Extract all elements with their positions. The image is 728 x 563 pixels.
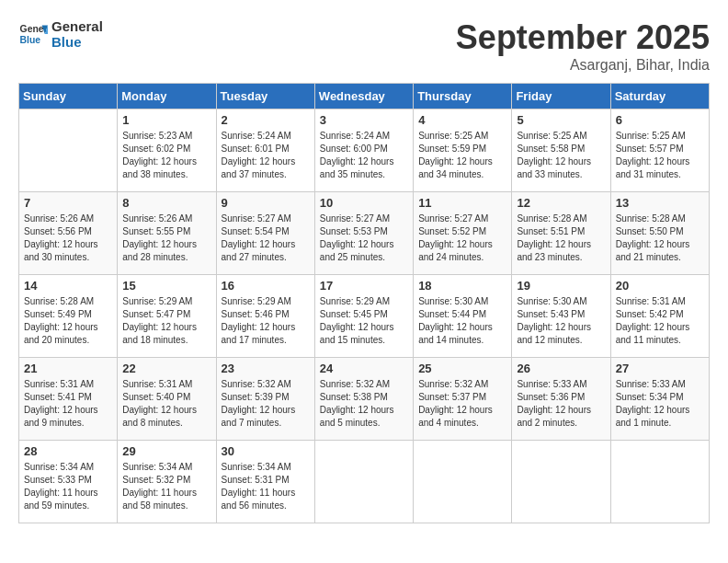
calendar-cell: 26Sunrise: 5:33 AM Sunset: 5:36 PM Dayli…: [512, 358, 610, 441]
calendar-cell: 21Sunrise: 5:31 AM Sunset: 5:41 PM Dayli…: [19, 358, 118, 441]
calendar-table: SundayMondayTuesdayWednesdayThursdayFrid…: [18, 83, 710, 523]
calendar-cell: 24Sunrise: 5:32 AM Sunset: 5:38 PM Dayli…: [314, 358, 413, 441]
day-number: 4: [418, 113, 506, 127]
day-number: 2: [222, 113, 310, 127]
calendar-cell: 3Sunrise: 5:24 AM Sunset: 6:00 PM Daylig…: [314, 109, 413, 192]
day-number: 24: [320, 362, 408, 375]
day-number: 12: [517, 196, 605, 210]
column-header-thursday: Thursday: [414, 84, 512, 109]
day-number: 11: [418, 196, 506, 210]
day-number: 9: [222, 196, 310, 210]
day-info: Sunrise: 5:34 AM Sunset: 5:32 PM Dayligh…: [122, 461, 210, 512]
day-number: 3: [320, 113, 408, 127]
calendar-header-row: SundayMondayTuesdayWednesdayThursdayFrid…: [19, 84, 710, 109]
day-info: Sunrise: 5:31 AM Sunset: 5:42 PM Dayligh…: [616, 295, 704, 347]
day-number: 7: [24, 196, 112, 210]
calendar-cell: 7Sunrise: 5:26 AM Sunset: 5:56 PM Daylig…: [19, 192, 118, 275]
day-number: 18: [418, 279, 506, 293]
day-info: Sunrise: 5:30 AM Sunset: 5:43 PM Dayligh…: [517, 295, 605, 347]
calendar-cell: 27Sunrise: 5:33 AM Sunset: 5:34 PM Dayli…: [610, 358, 709, 441]
day-info: Sunrise: 5:32 AM Sunset: 5:38 PM Dayligh…: [320, 378, 408, 430]
calendar-cell: [512, 441, 610, 523]
day-number: 17: [320, 279, 408, 293]
calendar-cell: [610, 441, 709, 523]
day-number: 27: [616, 362, 704, 375]
day-info: Sunrise: 5:25 AM Sunset: 5:58 PM Dayligh…: [517, 130, 605, 181]
day-info: Sunrise: 5:27 AM Sunset: 5:53 PM Dayligh…: [320, 213, 408, 264]
day-info: Sunrise: 5:28 AM Sunset: 5:50 PM Dayligh…: [616, 213, 704, 264]
day-info: Sunrise: 5:27 AM Sunset: 5:54 PM Dayligh…: [222, 213, 310, 264]
calendar-cell: 18Sunrise: 5:30 AM Sunset: 5:44 PM Dayli…: [414, 275, 512, 358]
calendar-cell: 30Sunrise: 5:34 AM Sunset: 5:31 PM Dayli…: [216, 441, 314, 523]
logo-icon: General Blue: [18, 19, 48, 49]
calendar-cell: 20Sunrise: 5:31 AM Sunset: 5:42 PM Dayli…: [610, 275, 709, 358]
calendar-cell: 10Sunrise: 5:27 AM Sunset: 5:53 PM Dayli…: [314, 192, 413, 275]
calendar-cell: 1Sunrise: 5:23 AM Sunset: 6:02 PM Daylig…: [118, 109, 216, 192]
column-header-friday: Friday: [512, 84, 610, 109]
calendar-cell: 22Sunrise: 5:31 AM Sunset: 5:40 PM Dayli…: [118, 358, 216, 441]
day-info: Sunrise: 5:29 AM Sunset: 5:45 PM Dayligh…: [320, 295, 408, 347]
calendar-cell: 2Sunrise: 5:24 AM Sunset: 6:01 PM Daylig…: [216, 109, 314, 192]
title-block: September 2025 Asarganj, Bihar, India: [456, 18, 710, 74]
day-number: 22: [122, 362, 210, 375]
day-number: 5: [517, 113, 605, 127]
column-header-sunday: Sunday: [19, 84, 118, 109]
day-info: Sunrise: 5:29 AM Sunset: 5:46 PM Dayligh…: [222, 295, 310, 347]
day-number: 30: [222, 444, 310, 458]
month-title: September 2025: [456, 18, 710, 57]
calendar-cell: 12Sunrise: 5:28 AM Sunset: 5:51 PM Dayli…: [512, 192, 610, 275]
calendar-cell: 14Sunrise: 5:28 AM Sunset: 5:49 PM Dayli…: [19, 275, 118, 358]
calendar-cell: 28Sunrise: 5:34 AM Sunset: 5:33 PM Dayli…: [19, 441, 118, 523]
day-number: 14: [24, 279, 112, 293]
svg-text:Blue: Blue: [20, 35, 41, 45]
day-number: 16: [222, 279, 310, 293]
day-number: 13: [616, 196, 704, 210]
day-number: 21: [24, 362, 112, 375]
day-number: 8: [122, 196, 210, 210]
calendar-cell: 8Sunrise: 5:26 AM Sunset: 5:55 PM Daylig…: [118, 192, 216, 275]
day-number: 10: [320, 196, 408, 210]
day-info: Sunrise: 5:32 AM Sunset: 5:37 PM Dayligh…: [418, 378, 506, 430]
calendar-cell: 16Sunrise: 5:29 AM Sunset: 5:46 PM Dayli…: [216, 275, 314, 358]
day-info: Sunrise: 5:26 AM Sunset: 5:55 PM Dayligh…: [122, 213, 210, 264]
calendar-cell: 9Sunrise: 5:27 AM Sunset: 5:54 PM Daylig…: [216, 192, 314, 275]
week-row-1: 1Sunrise: 5:23 AM Sunset: 6:02 PM Daylig…: [19, 109, 710, 192]
day-info: Sunrise: 5:34 AM Sunset: 5:31 PM Dayligh…: [222, 461, 310, 512]
day-number: 23: [222, 362, 310, 375]
logo-text-blue: Blue: [51, 34, 103, 50]
day-info: Sunrise: 5:23 AM Sunset: 6:02 PM Dayligh…: [122, 130, 210, 181]
day-number: 15: [122, 279, 210, 293]
page-header: General Blue General Blue September 2025…: [18, 18, 710, 74]
day-number: 26: [517, 362, 605, 375]
week-row-2: 7Sunrise: 5:26 AM Sunset: 5:56 PM Daylig…: [19, 192, 710, 275]
calendar-cell: 25Sunrise: 5:32 AM Sunset: 5:37 PM Dayli…: [414, 358, 512, 441]
logo-text-general: General: [51, 18, 103, 34]
day-number: 28: [24, 444, 112, 458]
column-header-saturday: Saturday: [610, 84, 709, 109]
day-info: Sunrise: 5:25 AM Sunset: 5:57 PM Dayligh…: [616, 130, 704, 181]
day-info: Sunrise: 5:34 AM Sunset: 5:33 PM Dayligh…: [24, 461, 112, 512]
day-info: Sunrise: 5:28 AM Sunset: 5:51 PM Dayligh…: [517, 213, 605, 264]
location-subtitle: Asarganj, Bihar, India: [456, 57, 710, 74]
calendar-cell: 11Sunrise: 5:27 AM Sunset: 5:52 PM Dayli…: [414, 192, 512, 275]
calendar-cell: [414, 441, 512, 523]
week-row-4: 21Sunrise: 5:31 AM Sunset: 5:41 PM Dayli…: [19, 358, 710, 441]
day-number: 29: [122, 444, 210, 458]
week-row-5: 28Sunrise: 5:34 AM Sunset: 5:33 PM Dayli…: [19, 441, 710, 523]
day-info: Sunrise: 5:33 AM Sunset: 5:34 PM Dayligh…: [616, 378, 704, 430]
day-number: 19: [517, 279, 605, 293]
calendar-cell: [314, 441, 413, 523]
day-info: Sunrise: 5:31 AM Sunset: 5:41 PM Dayligh…: [24, 378, 112, 430]
day-number: 1: [122, 113, 210, 127]
calendar-cell: 4Sunrise: 5:25 AM Sunset: 5:59 PM Daylig…: [414, 109, 512, 192]
column-header-monday: Monday: [118, 84, 216, 109]
calendar-cell: 19Sunrise: 5:30 AM Sunset: 5:43 PM Dayli…: [512, 275, 610, 358]
column-header-wednesday: Wednesday: [314, 84, 413, 109]
week-row-3: 14Sunrise: 5:28 AM Sunset: 5:49 PM Dayli…: [19, 275, 710, 358]
day-info: Sunrise: 5:31 AM Sunset: 5:40 PM Dayligh…: [122, 378, 210, 430]
calendar-cell: 6Sunrise: 5:25 AM Sunset: 5:57 PM Daylig…: [610, 109, 709, 192]
calendar-cell: 17Sunrise: 5:29 AM Sunset: 5:45 PM Dayli…: [314, 275, 413, 358]
calendar-cell: 15Sunrise: 5:29 AM Sunset: 5:47 PM Dayli…: [118, 275, 216, 358]
day-info: Sunrise: 5:28 AM Sunset: 5:49 PM Dayligh…: [24, 295, 112, 347]
logo: General Blue General Blue: [18, 18, 103, 50]
